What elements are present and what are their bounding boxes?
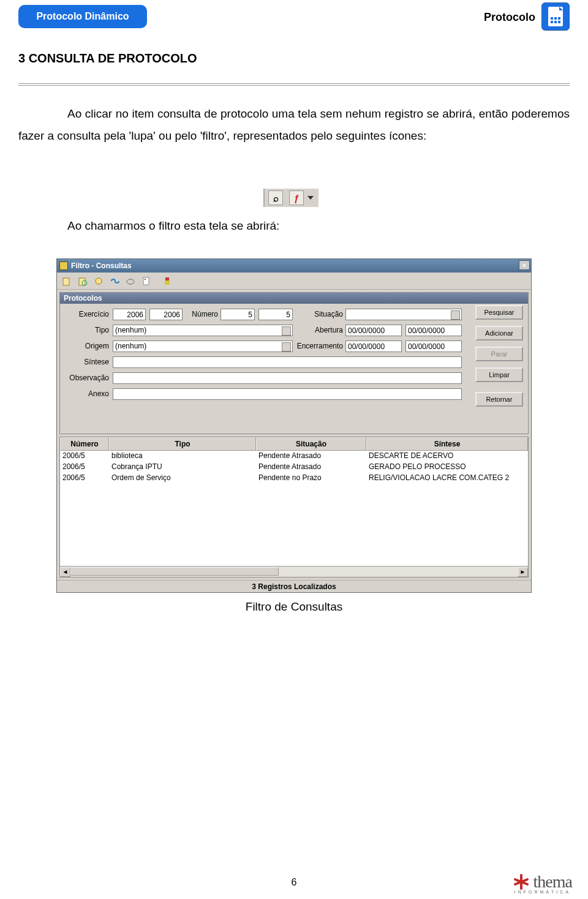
svg-rect-1: [551, 17, 553, 20]
parar-label: Parar: [491, 350, 508, 358]
origem-combo[interactable]: (nenhum): [113, 340, 293, 352]
abertura-to[interactable]: [405, 325, 462, 336]
svg-point-10: [96, 278, 102, 284]
parar-button: Parar: [475, 347, 523, 361]
scroll-track[interactable]: [70, 567, 518, 577]
cell-sintese: GERADO PELO PROCESSO: [366, 462, 528, 473]
table-row[interactable]: 2006/5 biblioteca Pendente Atrasado DESC…: [60, 451, 528, 462]
svg-rect-14: [165, 277, 169, 280]
status-bar: 3 Registros Localizados: [57, 580, 531, 592]
adicionar-button[interactable]: Adicionar: [475, 326, 523, 340]
filter-icon: ƒ: [289, 190, 304, 205]
toolbar-btn-6[interactable]: [139, 274, 154, 288]
page-number: 6: [0, 877, 588, 888]
cell-sintese: DESCARTE DE ACERVO: [366, 451, 528, 462]
cell-numero: 2006/5: [60, 473, 109, 484]
cell-tipo: biblioteca: [109, 451, 256, 462]
icons-sample: ⌕ ƒ: [263, 189, 318, 207]
dialog-window: Filtro - Consultas × Protocolos Exercíci…: [56, 258, 532, 593]
brand-subtitle: INFORMÁTICA: [514, 890, 571, 894]
label-encerramento: Encerramento: [290, 342, 343, 350]
header-left-badge: Protocolo Dinâmico: [18, 5, 147, 28]
cell-tipo: Cobrança IPTU: [109, 462, 256, 473]
sintese-input[interactable]: [113, 356, 462, 368]
cell-situacao: Pendente Atrasado: [256, 462, 366, 473]
retornar-button[interactable]: Retornar: [475, 392, 523, 407]
header-right-text: Protocolo: [484, 11, 535, 24]
results-body: 2006/5 biblioteca Pendente Atrasado DESC…: [60, 451, 528, 566]
toolbar-btn-4[interactable]: [107, 274, 122, 288]
titlebar: Filtro - Consultas ×: [57, 259, 531, 273]
tipo-combo[interactable]: (nenhum): [113, 325, 293, 336]
header-protocol-icon: [541, 2, 570, 31]
scroll-right-button[interactable]: ►: [518, 567, 528, 577]
paragraph-1-text: Ao clicar no item consulta de protocolo …: [18, 107, 570, 142]
numero-to[interactable]: [258, 309, 293, 320]
situacao-combo[interactable]: [345, 309, 462, 320]
col-numero[interactable]: Número: [60, 437, 109, 451]
label-situacao: Situação: [303, 310, 343, 318]
limpar-label: Limpar: [489, 371, 510, 378]
label-anexo: Anexo: [60, 389, 109, 398]
form-panel-title: Protocolos: [60, 293, 528, 304]
scroll-thumb[interactable]: [70, 567, 279, 576]
paragraph-2: Ao chamarmos o filtro esta tela se abrir…: [67, 219, 279, 233]
toolbar: [57, 273, 531, 290]
cell-numero: 2006/5: [60, 451, 109, 462]
abertura-from[interactable]: [345, 325, 402, 336]
limpar-button[interactable]: Limpar: [475, 367, 523, 382]
brand-name: thema: [533, 872, 572, 892]
results-table: Número Tipo Situação Síntese 2006/5 bibl…: [59, 437, 529, 577]
svg-rect-15: [165, 280, 170, 285]
horizontal-scrollbar[interactable]: ◄ ►: [60, 566, 528, 577]
lupa-icon: ⌕: [268, 190, 283, 205]
svg-rect-7: [63, 278, 69, 285]
svg-rect-3: [558, 17, 560, 20]
toolbar-btn-3[interactable]: [91, 274, 106, 288]
numero-from[interactable]: [221, 309, 255, 320]
figure-caption: Filtro de Consultas: [0, 600, 588, 614]
cell-numero: 2006/5: [60, 462, 109, 473]
adicionar-label: Adicionar: [485, 329, 513, 337]
toolbar-btn-2[interactable]: [75, 274, 90, 288]
pesquisar-label: Pesquisar: [484, 309, 514, 316]
table-row[interactable]: 2006/5 Cobrança IPTU Pendente Atrasado G…: [60, 462, 528, 473]
observacao-input[interactable]: [113, 372, 462, 384]
col-tipo[interactable]: Tipo: [109, 437, 256, 451]
col-situacao[interactable]: Situação: [256, 437, 366, 451]
svg-rect-4: [551, 21, 553, 23]
toolbar-btn-5[interactable]: [123, 274, 138, 288]
retornar-label: Retornar: [486, 396, 513, 403]
brand-icon: [513, 873, 530, 890]
form-panel: Protocolos Exercício Número Situação Tip…: [59, 292, 529, 434]
cell-sintese: RELIG/VIOLACAO LACRE COM.CATEG 2: [366, 473, 528, 484]
col-sintese[interactable]: Síntese: [366, 437, 528, 451]
cell-situacao: Pendente no Prazo: [256, 473, 366, 484]
svg-point-11: [127, 279, 134, 284]
horizontal-rule: [18, 83, 570, 86]
dropdown-arrow-icon: [307, 196, 314, 200]
toolbar-btn-1[interactable]: [59, 274, 74, 288]
label-sintese: Síntese: [60, 358, 109, 366]
titlebar-text: Filtro - Consultas: [71, 261, 132, 270]
encerramento-from[interactable]: [345, 340, 402, 352]
toolbar-separator: [155, 274, 159, 288]
exercicio-to[interactable]: [149, 309, 183, 320]
results-header: Número Tipo Situação Síntese: [60, 437, 528, 451]
pesquisar-button[interactable]: Pesquisar: [475, 305, 523, 320]
table-row[interactable]: 2006/5 Ordem de Serviço Pendente no Praz…: [60, 473, 528, 484]
label-origem: Origem: [60, 342, 109, 350]
cell-tipo: Ordem de Serviço: [109, 473, 256, 484]
encerramento-to[interactable]: [405, 340, 462, 352]
close-button[interactable]: ×: [519, 260, 530, 270]
anexo-input[interactable]: [113, 388, 462, 400]
form-area: Exercício Número Situação Tipo (nenhum) …: [60, 304, 528, 434]
svg-rect-2: [554, 17, 557, 20]
label-abertura: Abertura: [303, 326, 343, 334]
toolbar-btn-7[interactable]: [160, 274, 175, 288]
label-exercicio: Exercício: [60, 310, 109, 318]
section-title: 3 CONSULTA DE PROTOCOLO: [18, 51, 197, 66]
paragraph-1: Ao clicar no item consulta de protocolo …: [18, 103, 570, 147]
exercicio-from[interactable]: [113, 309, 146, 320]
scroll-left-button[interactable]: ◄: [60, 567, 70, 577]
